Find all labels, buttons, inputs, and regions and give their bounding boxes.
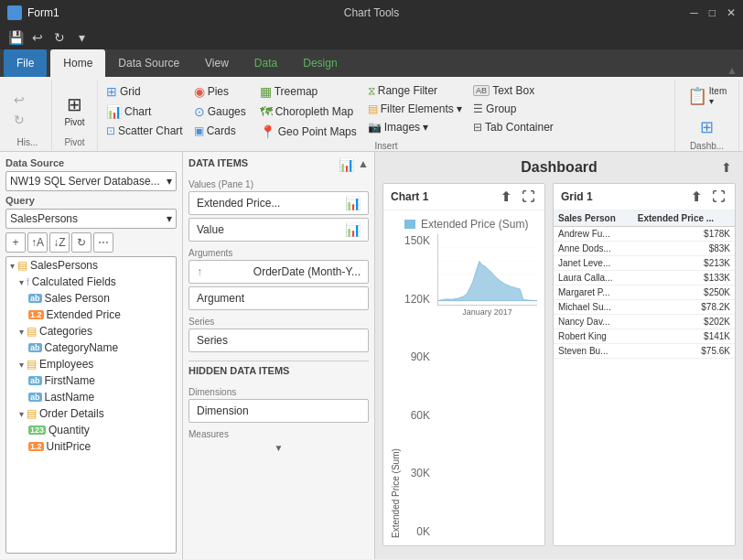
chart1-panel: Chart 1 ⬆ ⛶ Extended Price (Sum) Extende…	[382, 183, 545, 546]
chart-type-icon[interactable]: 📊	[339, 157, 354, 172]
table-row[interactable]: Andrew Fu...$178K	[554, 227, 735, 242]
extended-price-btn[interactable]: Extended Price... 📊	[188, 191, 369, 215]
quick-access-toolbar: 💾 ↩ ↻ ▾	[0, 26, 743, 49]
expand-icon[interactable]: ▲	[358, 157, 369, 172]
tree-item[interactable]: ab LastName	[25, 389, 176, 405]
undo-quick-btn[interactable]: ↩	[29, 29, 46, 46]
tree-item[interactable]: ab FirstName	[25, 372, 176, 389]
tab-data[interactable]: Data	[242, 49, 290, 77]
table-row[interactable]: Margaret P...$250K	[554, 285, 735, 300]
tab-container-btn[interactable]: ⊟ Tab Container	[468, 119, 558, 135]
chart-upload-btn[interactable]: ⬆	[497, 188, 515, 206]
upload-icon[interactable]: ⬆	[717, 158, 736, 177]
tree-item[interactable]: ▾ f Calculated Fields	[16, 274, 176, 290]
grid-btn[interactable]: ⊞ Grid	[102, 82, 188, 101]
sales-person-cell: Andrew Fu...	[554, 227, 633, 242]
chart-area: Extended Price (Sum) Extended Price (Sum…	[383, 210, 544, 545]
close-btn[interactable]: ✕	[727, 6, 736, 19]
tab-home[interactable]: Home	[50, 49, 105, 77]
grid-upload-btn[interactable]: ⬆	[687, 188, 705, 206]
insert-col-3: ▦ Treemap 🗺 Choropleth Map 📍 Geo Point M…	[255, 82, 361, 141]
gauges-btn[interactable]: ⊙ Gauges	[189, 102, 253, 121]
table-row[interactable]: Laura Calla...$133K	[554, 271, 735, 285]
col-extended-price: Extended Price ...	[633, 210, 735, 227]
more-btn[interactable]: ⋯	[93, 232, 113, 253]
tree-item-employees[interactable]: ▾ ▤ Employees	[16, 356, 176, 372]
images-btn[interactable]: 📷 Images ▾	[363, 119, 467, 135]
grid1-actions: ⬆ ⛶	[687, 188, 727, 206]
dashboard-title: Dashboard	[521, 159, 598, 176]
tree-item[interactable]: 1.2 UnitPrice	[25, 438, 176, 455]
sales-person-cell: Robert King	[554, 329, 633, 344]
file-tab[interactable]: File	[4, 49, 47, 77]
table-row[interactable]: Michael Su...$78.2K	[554, 300, 735, 315]
chart-expand-btn[interactable]: ⛶	[519, 188, 537, 206]
grid-expand-btn[interactable]: ⛶	[709, 188, 727, 206]
tree-item[interactable]: ▾ ▤ Order Details	[16, 405, 176, 422]
group-btn[interactable]: ☰ Group	[468, 101, 558, 117]
redo-quick-btn[interactable]: ↻	[51, 29, 68, 46]
undo-btn[interactable]: ↩	[9, 91, 46, 109]
minimize-btn[interactable]: ─	[690, 6, 698, 19]
table-row[interactable]: Anne Dods...$83K	[554, 242, 735, 256]
qa-dropdown[interactable]: ▾	[73, 29, 90, 46]
table-row[interactable]: Robert King$141K	[554, 329, 735, 344]
geo-point-maps-btn[interactable]: 📍 Geo Point Maps	[255, 123, 361, 141]
tree-item[interactable]: 123 Quantity	[25, 422, 176, 438]
chart-btn[interactable]: 📊 Chart	[102, 102, 188, 121]
item-btn[interactable]: 📋 Item▾	[680, 82, 734, 110]
price-cell: $133K	[633, 271, 735, 285]
range-filter-btn[interactable]: ⧖ Range Filter	[363, 82, 467, 99]
argument-btn[interactable]: Argument	[188, 286, 369, 310]
dashboard-panel: Dashboard ⬆ Chart 1 ⬆ ⛶ Extended Price (…	[375, 152, 743, 559]
titlebar-center-label: Chart Tools	[344, 6, 399, 19]
text-box-btn[interactable]: AB Text Box	[468, 82, 558, 99]
scatter-chart-btn[interactable]: ⊡ Scatter Chart	[102, 123, 188, 139]
datasource-select[interactable]: NW19 SQL Server Database... ▾	[5, 171, 177, 191]
grid-dash-btn[interactable]: ⊞	[693, 113, 721, 141]
sort-desc-btn[interactable]: ↓Z	[49, 232, 70, 253]
insert-col-4: ⧖ Range Filter ▤ Filter Elements ▾ 📷 Ima…	[363, 82, 467, 141]
table-row[interactable]: Janet Leve...$213K	[554, 256, 735, 271]
ribbon-content: ↩ ↻ His... ⊞ Pivot Pivot ⊞ Grid	[0, 77, 743, 152]
tree-item[interactable]: 1.2 Extended Price	[25, 307, 176, 323]
tab-datasource[interactable]: Data Source	[105, 49, 192, 77]
sort-asc-btn[interactable]: ↑A	[27, 232, 48, 253]
dimension-btn[interactable]: Dimension	[188, 399, 369, 423]
save-quick-btn[interactable]: 💾	[7, 29, 24, 46]
refresh-btn[interactable]: ↻	[71, 232, 92, 253]
value-btn[interactable]: Value 📊	[188, 218, 369, 242]
tab-view[interactable]: View	[192, 49, 242, 77]
choropleth-map-btn[interactable]: 🗺 Choropleth Map	[255, 102, 361, 121]
titlebar-controls[interactable]: ─ □ ✕	[690, 6, 736, 19]
add-field-btn[interactable]: +	[5, 232, 26, 253]
tree-item[interactable]: ab Sales Person	[25, 290, 176, 307]
tree-item[interactable]: ab CategoryName	[25, 339, 176, 356]
order-date-btn[interactable]: ↑ OrderDate (Month-Y...	[188, 260, 369, 284]
table-row[interactable]: Steven Bu...$75.6K	[554, 344, 735, 359]
dashboard-header: Dashboard ⬆	[382, 159, 736, 176]
grid1-panel: Grid 1 ⬆ ⛶ Sales Person Extended Price .…	[553, 183, 736, 546]
grid1-header: Grid 1 ⬆ ⛶	[554, 184, 735, 210]
filter-elements-btn[interactable]: ▤ Filter Elements ▾	[363, 101, 467, 117]
chart-legend: Extended Price (Sum)	[404, 218, 537, 231]
pivot-btn[interactable]: ⊞ Pivot	[57, 90, 92, 131]
dimensions-label: Dimensions	[188, 387, 369, 397]
price-cell: $78.2K	[633, 300, 735, 315]
maximize-btn[interactable]: □	[709, 6, 716, 19]
ribbon-collapse-btn[interactable]: ▲	[727, 64, 743, 77]
chart1-actions: ⬆ ⛶	[497, 188, 537, 206]
treemap-btn[interactable]: ▦ Treemap	[255, 82, 361, 101]
price-cell: $75.6K	[633, 344, 735, 359]
query-select[interactable]: SalesPersons ▾	[5, 209, 177, 229]
redo-btn[interactable]: ↻	[9, 111, 46, 129]
pies-btn[interactable]: ◉ Pies	[189, 82, 253, 101]
series-btn[interactable]: Series	[188, 328, 369, 352]
hidden-items-header: HIDDEN DATA ITEMS	[188, 365, 369, 376]
sales-person-cell: Nancy Dav...	[554, 315, 633, 329]
cards-btn[interactable]: ▣ Cards	[189, 123, 253, 139]
tab-design[interactable]: Design	[290, 49, 350, 77]
tree-item[interactable]: ▾ ▤ SalesPersons	[6, 257, 176, 274]
tree-item[interactable]: ▾ ▤ Categories	[16, 323, 176, 339]
table-row[interactable]: Nancy Dav...$202K	[554, 315, 735, 329]
